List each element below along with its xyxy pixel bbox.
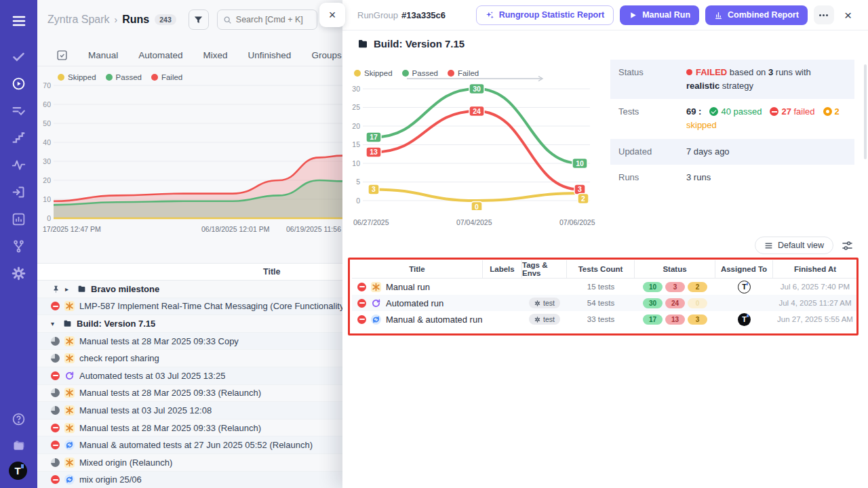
group-title-text: Build: Version 7.15	[374, 38, 465, 49]
table-row[interactable]: Automated runtest54 tests30240Jul 4, 202…	[352, 295, 857, 311]
detail-value: FAILED based on 3 runs with realistic st…	[686, 66, 846, 93]
column-header-tags-envs[interactable]: Tags & Envs	[522, 260, 567, 278]
sidebar-item-steps[interactable]	[9, 127, 29, 148]
table-row[interactable]: Manual & automated runtest33 tests17133T…	[352, 311, 857, 327]
cell-assigned: T	[715, 311, 773, 327]
sidebar-item-play-circle[interactable]	[9, 73, 29, 94]
svg-text:17: 17	[370, 133, 378, 141]
detail-label: Tests	[618, 105, 686, 132]
sidebar-item-pulse[interactable]	[9, 155, 29, 175]
run-list-row[interactable]: Mixed origin (Relaunch)	[37, 454, 342, 472]
assignee-avatar[interactable]: T	[738, 313, 751, 326]
sidebar-item-report[interactable]	[9, 209, 29, 229]
caret-down-icon[interactable]: ▾	[51, 320, 58, 327]
group-details: StatusFAILED based on 3 runs with realis…	[610, 60, 854, 190]
column-header-status[interactable]: Status	[635, 260, 715, 278]
sidebar-item-list-check[interactable]	[9, 100, 29, 121]
run-title: Manual run	[386, 282, 430, 292]
menu-icon[interactable]	[9, 11, 29, 31]
run-list-rows: ▸Bravo milestoneLMP-587 Implement Real-T…	[37, 281, 342, 488]
run-list-row[interactable]: ▾Build: Version 7.15	[37, 315, 342, 333]
column-header-labels[interactable]: Labels	[483, 260, 522, 278]
run-title: mix origin 25/06	[79, 474, 142, 485]
detail-text: realistic	[686, 81, 719, 91]
tab-mixed[interactable]: Mixed	[203, 50, 228, 60]
scrollbar-thumb[interactable]	[864, 64, 867, 159]
breadcrumb-project[interactable]: Zyntra Spark	[47, 14, 110, 26]
column-header-tests-count[interactable]: Tests Count	[567, 260, 635, 278]
svg-text:2: 2	[581, 195, 585, 203]
failed-badge: 13	[665, 314, 685, 325]
run-list-row[interactable]: Manual tests at 03 Jul 2025 12:08	[37, 402, 342, 420]
search-box[interactable]	[217, 9, 317, 30]
table-row[interactable]: Manual run15 tests1032TJul 6, 2025 7:40 …	[352, 279, 857, 295]
svg-text:20: 20	[43, 176, 51, 184]
column-header-assigned-to[interactable]: Assigned To	[715, 260, 773, 278]
assignee-avatar[interactable]: T	[738, 281, 751, 293]
tab-groups[interactable]: Groups	[311, 50, 341, 60]
table-settings-icon[interactable]	[842, 240, 853, 251]
run-list-row[interactable]: Manual tests at 28 Mar 2025 09:33 Copy	[37, 333, 342, 350]
run-list-row[interactable]: mix origin 25/06	[37, 472, 342, 488]
run-list-row[interactable]: Manual tests at 28 Mar 2025 09:33 (Relau…	[37, 385, 342, 403]
manual-run-icon	[64, 458, 75, 468]
group-chart-x-labels: 06/27/202507/04/202507/06/2025	[342, 218, 604, 228]
run-title: Manual tests at 03 Jul 2025 12:08	[79, 405, 212, 415]
manual-run-icon	[64, 353, 75, 363]
run-list-row[interactable]: check report sharing	[37, 350, 342, 367]
tab-manual[interactable]: Manual	[88, 50, 118, 60]
svg-text:30: 30	[43, 157, 51, 165]
select-all-icon[interactable]	[56, 49, 68, 61]
sidebar-item-folders[interactable]	[9, 435, 29, 455]
run-list-row[interactable]: Manual tests at 28 Mar 2025 09:33 (Relau…	[37, 420, 342, 437]
manual-run-icon	[64, 423, 75, 433]
combined-report-button[interactable]: Combined Report	[705, 5, 808, 25]
detail-text: runs with	[773, 67, 811, 77]
cell-title: Automated run	[352, 295, 483, 311]
manual-run-button[interactable]: Manual Run	[620, 5, 699, 25]
search-input[interactable]	[236, 15, 311, 24]
drawer-close-button[interactable]: ×	[319, 3, 345, 27]
tag-pill[interactable]: test	[529, 314, 560, 325]
minus-circle-icon	[770, 107, 778, 116]
cell-tags: test	[522, 295, 567, 311]
caret-right-icon[interactable]: ▸	[65, 285, 72, 293]
sidebar-item-import[interactable]	[9, 182, 29, 202]
detail-text: 40	[721, 106, 730, 117]
svg-text:5: 5	[356, 178, 360, 186]
tag-pill[interactable]: test	[529, 298, 560, 308]
filter-button[interactable]	[189, 9, 209, 30]
legend-label: Skipped	[68, 73, 96, 81]
x-tick-label: 06/19/2025 11:56 AM	[286, 225, 342, 233]
run-title: Manual tests at 28 Mar 2025 09:33 Copy	[79, 336, 239, 346]
run-list-row[interactable]: Automated tests at 03 Jul 2025 13:25	[37, 367, 342, 385]
detail-text: FAILED	[696, 67, 727, 77]
sidebar-item-check[interactable]	[9, 46, 29, 66]
failed-status-icon	[357, 283, 366, 291]
run-list-row[interactable]: Manual & automated tests at 27 Jun 2025 …	[37, 436, 342, 454]
tab-automated[interactable]: Automated	[138, 50, 182, 60]
runs-chart-x-labels: 17/2025 12:47 PM06/18/2025 12:01 PM06/19…	[37, 225, 342, 235]
user-avatar[interactable]: T	[9, 462, 27, 480]
default-view-button[interactable]: Default view	[755, 237, 833, 254]
column-header-finished-at[interactable]: Finished At	[773, 260, 857, 278]
sidebar-item-gear[interactable]	[9, 263, 29, 283]
mixed-run-icon	[64, 440, 75, 450]
tab-unfinished[interactable]: Unfinished	[248, 50, 292, 60]
more-actions-button[interactable]	[814, 5, 834, 24]
sidebar-item-branch[interactable]	[9, 236, 29, 256]
play-icon	[629, 11, 637, 20]
tabs: ManualAutomatedMixedUnfinishedGroups	[88, 50, 342, 60]
run-list-row[interactable]: LMP-587 Implement Real-Time Chat Messagi…	[37, 298, 342, 316]
gear-icon	[534, 300, 540, 306]
run-title: Bravo milestone	[91, 284, 159, 294]
sidebar-item-help[interactable]	[9, 409, 29, 429]
view-controls: Default view	[755, 237, 853, 254]
svg-text:25: 25	[352, 103, 360, 111]
detail-text: 27	[781, 106, 791, 117]
close-icon[interactable]: ×	[844, 9, 852, 22]
run-list-row[interactable]: ▸Bravo milestone	[37, 281, 342, 298]
rungroup-statistic-report-button[interactable]: Rungroup Statistic Report	[476, 5, 614, 25]
failed-status-icon	[51, 441, 60, 449]
column-header-title[interactable]: Title	[352, 260, 483, 278]
